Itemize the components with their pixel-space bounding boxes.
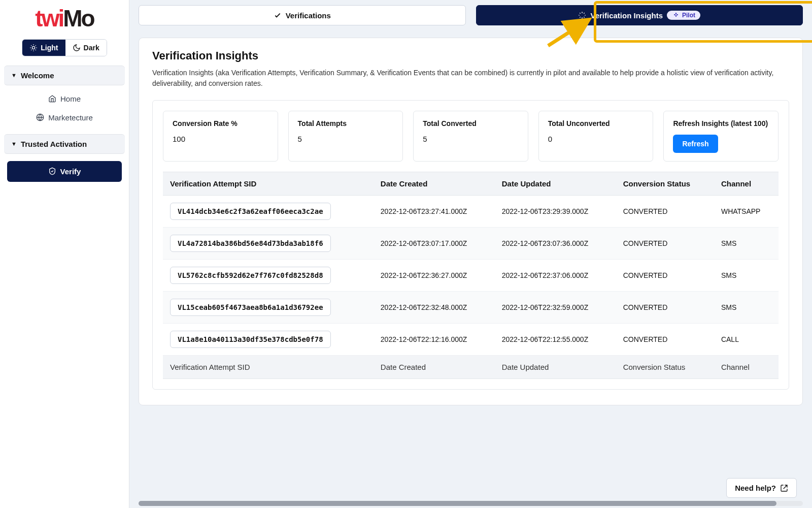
stat-total-unconverted-label: Total Unconverted xyxy=(548,119,644,128)
theme-dark-option[interactable]: Dark xyxy=(65,40,107,56)
check-icon xyxy=(274,11,282,19)
need-help-label: Need help? xyxy=(735,484,776,492)
sparkle-icon xyxy=(578,11,586,19)
stat-total-converted: Total Converted 5 xyxy=(413,111,528,162)
stat-refresh-label: Refresh Insights (latest 100) xyxy=(673,119,769,128)
stat-total-attempts-value: 5 xyxy=(298,135,394,143)
cell-updated: 2022-12-06T23:07:36.000Z xyxy=(495,228,616,260)
refresh-button[interactable]: Refresh xyxy=(673,135,718,153)
fcol-created: Date Created xyxy=(374,356,495,379)
stat-conversion-rate-label: Conversion Rate % xyxy=(173,119,268,128)
sid-chip[interactable]: VL414dcb34e6c2f3a62eaff06eeca3c2ae xyxy=(170,203,331,220)
brand-part1: twi xyxy=(35,9,63,28)
stat-total-attempts-label: Total Attempts xyxy=(298,119,394,128)
globe-icon xyxy=(36,113,44,121)
sidebar-home-label: Home xyxy=(60,94,81,103)
cell-updated: 2022-12-06T23:29:39.000Z xyxy=(495,196,616,228)
stat-total-attempts: Total Attempts 5 xyxy=(288,111,403,162)
cell-updated: 2022-12-06T22:32:59.000Z xyxy=(495,292,616,324)
sid-chip[interactable]: VL4a72814ba386bd56e84d73bda3ab18f6 xyxy=(170,235,331,252)
cell-status: CONVERTED xyxy=(616,324,714,356)
cell-status: CONVERTED xyxy=(616,228,714,260)
external-link-icon xyxy=(780,484,788,492)
stat-total-converted-label: Total Converted xyxy=(423,119,519,128)
page-title: Verification Insights xyxy=(152,49,789,62)
sidebar-trusted-activation-label: Trusted Activation xyxy=(21,140,87,148)
table-row: VL1a8e10a40113a30df35e378cdb5e0f78 2022-… xyxy=(163,324,779,356)
pilot-badge: Pilot xyxy=(667,11,700,20)
sidebar: twiMo Light Dark ▼ Welcome Home Markete xyxy=(0,0,129,508)
sidebar-section-trusted-activation[interactable]: ▼ Trusted Activation xyxy=(4,134,125,154)
verify-button[interactable]: Verify xyxy=(7,161,122,182)
cell-created: 2022-12-06T22:36:27.000Z xyxy=(374,260,495,292)
col-created: Date Created xyxy=(374,172,495,196)
cell-status: CONVERTED xyxy=(616,292,714,324)
tab-verifications[interactable]: Verifications xyxy=(139,5,466,25)
stat-conversion-rate-value: 100 xyxy=(173,135,268,143)
chevron-down-icon: ▼ xyxy=(11,141,17,147)
sidebar-item-home[interactable]: Home xyxy=(4,89,125,108)
table-row: VL15ceab605f4673aea8b6a1a1d36792ee 2022-… xyxy=(163,292,779,324)
cell-created: 2022-12-06T22:12:16.000Z xyxy=(374,324,495,356)
sid-chip[interactable]: VL1a8e10a40113a30df35e378cdb5e0f78 xyxy=(170,331,331,348)
svg-point-0 xyxy=(32,46,35,49)
sidebar-marketecture-label: Marketecture xyxy=(48,113,93,122)
shield-check-icon xyxy=(48,167,56,175)
cell-channel: CALL xyxy=(714,324,779,356)
sidebar-section-welcome[interactable]: ▼ Welcome xyxy=(4,66,125,85)
stat-total-unconverted-value: 0 xyxy=(548,135,644,143)
cell-channel: SMS xyxy=(714,292,779,324)
stats-row: Conversion Rate % 100 Total Attempts 5 T… xyxy=(163,111,779,162)
fcol-updated: Date Updated xyxy=(495,356,616,379)
pilot-badge-label: Pilot xyxy=(682,12,695,19)
fcol-channel: Channel xyxy=(714,356,779,379)
tab-insights-label: Verification Insights xyxy=(590,11,663,20)
scrollbar-thumb[interactable] xyxy=(139,501,776,506)
cell-created: 2022-12-06T23:07:17.000Z xyxy=(374,228,495,260)
verify-button-label: Verify xyxy=(60,167,81,176)
sid-chip[interactable]: VL5762c8cfb592d62e7f767c0fd82528d8 xyxy=(170,267,331,284)
main-content: Verifications Verification Insights Pilo… xyxy=(129,0,812,508)
col-channel: Channel xyxy=(714,172,779,196)
stat-total-unconverted: Total Unconverted 0 xyxy=(538,111,654,162)
cell-updated: 2022-12-06T22:37:06.000Z xyxy=(495,260,616,292)
sidebar-welcome-label: Welcome xyxy=(21,71,54,80)
cell-updated: 2022-12-06T22:12:55.000Z xyxy=(495,324,616,356)
col-sid: Verification Attempt SID xyxy=(163,172,374,196)
brand-part2: Mo xyxy=(63,9,93,28)
cell-created: 2022-12-06T23:27:41.000Z xyxy=(374,196,495,228)
table-footer-row: Verification Attempt SID Date Created Da… xyxy=(163,356,779,379)
col-updated: Date Updated xyxy=(495,172,616,196)
table-row: VL414dcb34e6c2f3a62eaff06eeca3c2ae 2022-… xyxy=(163,196,779,228)
theme-dark-label: Dark xyxy=(84,44,99,52)
horizontal-scrollbar[interactable] xyxy=(139,501,803,506)
tab-verification-insights[interactable]: Verification Insights Pilot xyxy=(476,5,803,25)
chevron-down-icon: ▼ xyxy=(11,72,17,78)
cell-channel: WHATSAPP xyxy=(714,196,779,228)
sparkle-small-icon xyxy=(672,12,680,18)
cell-channel: SMS xyxy=(714,260,779,292)
stat-conversion-rate: Conversion Rate % 100 xyxy=(163,111,278,162)
theme-toggle[interactable]: Light Dark xyxy=(22,39,107,56)
page-description: Verification Insights (aka Verification … xyxy=(152,68,789,89)
cell-created: 2022-12-06T22:32:48.000Z xyxy=(374,292,495,324)
fcol-sid: Verification Attempt SID xyxy=(163,356,374,379)
sidebar-item-marketecture[interactable]: Marketecture xyxy=(4,108,125,127)
insights-card: Verification Insights Verification Insig… xyxy=(139,38,803,405)
fcol-status: Conversion Status xyxy=(616,356,714,379)
theme-light-option[interactable]: Light xyxy=(22,40,65,56)
table-body: VL414dcb34e6c2f3a62eaff06eeca3c2ae 2022-… xyxy=(163,196,779,356)
table-header-row: Verification Attempt SID Date Created Da… xyxy=(163,172,779,196)
need-help-button[interactable]: Need help? xyxy=(726,478,797,498)
sid-chip[interactable]: VL15ceab605f4673aea8b6a1a1d36792ee xyxy=(170,299,331,316)
sun-icon xyxy=(29,44,38,52)
stat-total-converted-value: 5 xyxy=(423,135,519,143)
tab-verifications-label: Verifications xyxy=(286,11,331,20)
table-row: VL4a72814ba386bd56e84d73bda3ab18f6 2022-… xyxy=(163,228,779,260)
home-icon xyxy=(48,94,56,103)
table-row: VL5762c8cfb592d62e7f767c0fd82528d8 2022-… xyxy=(163,260,779,292)
insights-table: Verification Attempt SID Date Created Da… xyxy=(163,172,779,379)
brand-logo: twiMo xyxy=(0,9,129,28)
cell-status: CONVERTED xyxy=(616,196,714,228)
theme-light-label: Light xyxy=(41,44,58,52)
